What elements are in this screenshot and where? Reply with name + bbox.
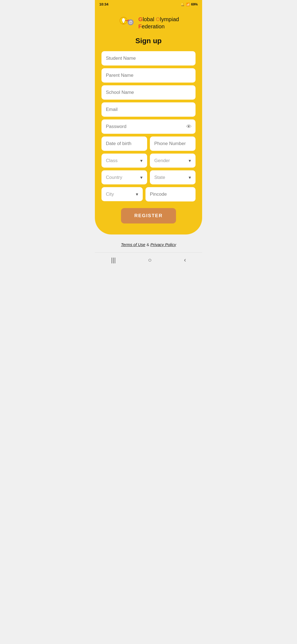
nav-home-icon[interactable]: ○ bbox=[148, 256, 152, 264]
footer-area: Terms of Use & Privacy Policy bbox=[95, 234, 202, 252]
country-state-row: Country IndiaUSAUK CanadaAustralia ▼ Sta… bbox=[101, 170, 196, 184]
school-name-input[interactable] bbox=[101, 85, 196, 100]
logo-o: O bbox=[156, 16, 160, 22]
student-name-input[interactable] bbox=[101, 51, 196, 66]
status-bar: 10:34 🔔 📶 69% bbox=[95, 0, 202, 7]
nav-recent-icon[interactable]: ‹ bbox=[184, 256, 186, 264]
page-title: Sign up bbox=[101, 37, 196, 45]
svg-rect-1 bbox=[123, 23, 124, 24]
bottom-nav: ||| ○ ‹ bbox=[95, 252, 202, 269]
parent-name-input[interactable] bbox=[101, 68, 196, 83]
phone-input[interactable] bbox=[150, 137, 196, 151]
country-select[interactable]: Country IndiaUSAUK CanadaAustralia bbox=[101, 170, 147, 184]
wifi-icon: 📶 bbox=[186, 2, 190, 6]
eye-icon[interactable]: 👁 bbox=[186, 124, 192, 130]
gender-dropdown-wrapper: Gender MaleFemaleOther ▼ bbox=[150, 154, 196, 168]
email-input[interactable] bbox=[101, 102, 196, 117]
dob-phone-row bbox=[101, 137, 196, 151]
city-select[interactable]: City MumbaiDelhiBangalore ChennaiAhmedab… bbox=[101, 187, 143, 201]
alarm-icon: 🔔 bbox=[181, 2, 185, 6]
city-pincode-row: City MumbaiDelhiBangalore ChennaiAhmedab… bbox=[101, 187, 196, 201]
class-gender-row: Class Class 1Class 2Class 3 Class 4Class… bbox=[101, 154, 196, 168]
register-button[interactable]: REGISTER bbox=[121, 208, 176, 223]
state-select[interactable]: State MaharashtraDelhiKarnataka Tamil Na… bbox=[150, 170, 196, 184]
terms-link[interactable]: Terms of Use bbox=[121, 242, 145, 247]
country-dropdown-wrapper: Country IndiaUSAUK CanadaAustralia ▼ bbox=[101, 170, 147, 184]
state-dropdown-wrapper: State MaharashtraDelhiKarnataka Tamil Na… bbox=[150, 170, 196, 184]
logo-text: Global Olympiad Federation bbox=[138, 16, 179, 30]
nav-back-icon[interactable]: ||| bbox=[111, 256, 116, 264]
main-content: Global Olympiad Federation Sign up 👁 Cla… bbox=[95, 7, 202, 234]
city-dropdown-wrapper: City MumbaiDelhiBangalore ChennaiAhmedab… bbox=[101, 187, 143, 201]
logo-g: G bbox=[138, 16, 143, 22]
battery-label: 69% bbox=[191, 2, 198, 6]
logo-area: Global Olympiad Federation bbox=[101, 12, 196, 32]
gender-select[interactable]: Gender MaleFemaleOther bbox=[150, 154, 196, 168]
logo-f: F bbox=[138, 23, 142, 29]
pincode-input[interactable] bbox=[145, 187, 196, 201]
password-input[interactable] bbox=[101, 119, 196, 134]
logo-icon bbox=[118, 14, 136, 32]
status-time: 10:34 bbox=[99, 2, 108, 6]
footer-and: & bbox=[147, 242, 150, 247]
status-right: 🔔 📶 69% bbox=[181, 2, 198, 6]
privacy-link[interactable]: Privacy Policy bbox=[150, 242, 176, 247]
class-select[interactable]: Class Class 1Class 2Class 3 Class 4Class… bbox=[101, 154, 147, 168]
class-dropdown-wrapper: Class Class 1Class 2Class 3 Class 4Class… bbox=[101, 154, 147, 168]
password-wrapper: 👁 bbox=[101, 119, 196, 134]
dob-input[interactable] bbox=[101, 137, 147, 151]
